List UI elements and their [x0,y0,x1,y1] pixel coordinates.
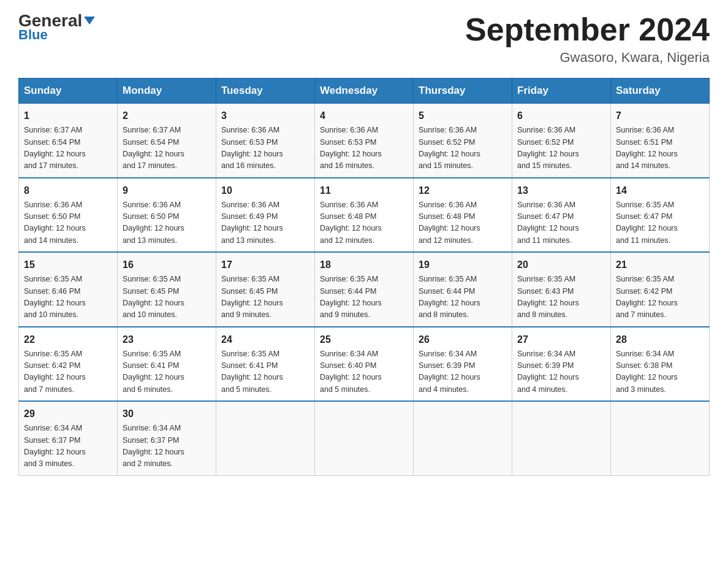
page-title: September 2024 [465,12,710,47]
header-saturday: Saturday [611,79,710,104]
calendar-cell: 14Sunrise: 6:35 AMSunset: 6:47 PMDayligh… [611,178,710,253]
calendar-cell: 18Sunrise: 6:35 AMSunset: 6:44 PMDayligh… [315,252,414,327]
logo-arrow-icon [84,17,95,25]
calendar-week-row: 29Sunrise: 6:34 AMSunset: 6:37 PMDayligh… [19,401,710,475]
day-info: Sunrise: 6:36 AMSunset: 6:50 PMDaylight:… [24,199,112,247]
day-number: 10 [221,183,309,198]
day-number: 19 [419,258,507,272]
header-sunday: Sunday [19,79,118,104]
calendar-week-row: 15Sunrise: 6:35 AMSunset: 6:46 PMDayligh… [19,252,710,327]
day-info: Sunrise: 6:34 AMSunset: 6:39 PMDaylight:… [517,348,605,396]
day-number: 21 [616,258,704,272]
day-info: Sunrise: 6:36 AMSunset: 6:48 PMDaylight:… [320,199,408,247]
calendar-cell: 2Sunrise: 6:37 AMSunset: 6:54 PMDaylight… [118,104,216,178]
day-info: Sunrise: 6:35 AMSunset: 6:42 PMDaylight:… [616,274,704,321]
day-info: Sunrise: 6:35 AMSunset: 6:46 PMDaylight:… [24,274,112,321]
day-number: 16 [123,258,211,272]
logo: General Blue [18,12,95,43]
calendar-cell: 4Sunrise: 6:36 AMSunset: 6:53 PMDaylight… [315,104,414,178]
day-number: 27 [517,332,605,347]
calendar-cell: 11Sunrise: 6:36 AMSunset: 6:48 PMDayligh… [315,178,414,253]
day-number: 15 [24,258,112,272]
calendar-week-row: 8Sunrise: 6:36 AMSunset: 6:50 PMDaylight… [19,178,710,253]
day-number: 25 [320,332,408,347]
calendar-cell [414,401,512,475]
calendar-cell: 21Sunrise: 6:35 AMSunset: 6:42 PMDayligh… [611,252,710,327]
day-info: Sunrise: 6:34 AMSunset: 6:37 PMDaylight:… [24,423,112,470]
day-info: Sunrise: 6:37 AMSunset: 6:54 PMDaylight:… [123,124,211,172]
day-info: Sunrise: 6:36 AMSunset: 6:52 PMDaylight:… [419,124,507,172]
calendar-cell: 13Sunrise: 6:36 AMSunset: 6:47 PMDayligh… [512,178,611,253]
calendar-cell [611,401,710,475]
day-info: Sunrise: 6:35 AMSunset: 6:42 PMDaylight:… [24,348,112,396]
calendar-cell: 19Sunrise: 6:35 AMSunset: 6:44 PMDayligh… [414,252,512,327]
day-info: Sunrise: 6:34 AMSunset: 6:39 PMDaylight:… [419,348,507,396]
day-number: 6 [517,109,605,123]
day-number: 1 [24,109,112,123]
day-info: Sunrise: 6:35 AMSunset: 6:41 PMDaylight:… [123,348,211,396]
logo-text-line2: Blue [18,27,48,43]
calendar-cell: 17Sunrise: 6:35 AMSunset: 6:45 PMDayligh… [216,252,315,327]
day-info: Sunrise: 6:36 AMSunset: 6:50 PMDaylight:… [123,199,211,247]
calendar-cell [512,401,611,475]
day-number: 29 [24,407,112,421]
page-subtitle: Gwasoro, Kwara, Nigeria [465,50,710,66]
day-number: 4 [320,109,408,123]
day-number: 18 [320,258,408,272]
day-number: 9 [123,183,211,198]
calendar-cell: 23Sunrise: 6:35 AMSunset: 6:41 PMDayligh… [118,327,216,402]
calendar-cell: 8Sunrise: 6:36 AMSunset: 6:50 PMDaylight… [19,178,118,253]
calendar-cell: 22Sunrise: 6:35 AMSunset: 6:42 PMDayligh… [19,327,118,402]
calendar-cell: 7Sunrise: 6:36 AMSunset: 6:51 PMDaylight… [611,104,710,178]
day-number: 26 [419,332,507,347]
day-info: Sunrise: 6:35 AMSunset: 6:47 PMDaylight:… [616,199,704,247]
title-area: September 2024 Gwasoro, Kwara, Nigeria [465,12,710,66]
day-info: Sunrise: 6:36 AMSunset: 6:48 PMDaylight:… [419,199,507,247]
header-monday: Monday [118,79,216,104]
calendar-week-row: 22Sunrise: 6:35 AMSunset: 6:42 PMDayligh… [19,327,710,402]
day-info: Sunrise: 6:34 AMSunset: 6:37 PMDaylight:… [123,423,211,470]
calendar-header-row: SundayMondayTuesdayWednesdayThursdayFrid… [19,79,710,104]
calendar-cell: 12Sunrise: 6:36 AMSunset: 6:48 PMDayligh… [414,178,512,253]
calendar-table: SundayMondayTuesdayWednesdayThursdayFrid… [18,78,710,476]
calendar-cell: 29Sunrise: 6:34 AMSunset: 6:37 PMDayligh… [19,401,118,475]
day-number: 30 [123,407,211,421]
header-tuesday: Tuesday [216,79,315,104]
day-info: Sunrise: 6:35 AMSunset: 6:45 PMDaylight:… [123,274,211,321]
calendar-cell: 6Sunrise: 6:36 AMSunset: 6:52 PMDaylight… [512,104,611,178]
day-number: 20 [517,258,605,272]
day-info: Sunrise: 6:36 AMSunset: 6:49 PMDaylight:… [221,199,309,247]
calendar-cell: 1Sunrise: 6:37 AMSunset: 6:54 PMDaylight… [19,104,118,178]
calendar-cell [315,401,414,475]
day-info: Sunrise: 6:36 AMSunset: 6:52 PMDaylight:… [517,124,605,172]
day-number: 24 [221,332,309,347]
day-info: Sunrise: 6:34 AMSunset: 6:40 PMDaylight:… [320,348,408,396]
day-number: 12 [419,183,507,198]
day-number: 8 [24,183,112,198]
calendar-cell: 16Sunrise: 6:35 AMSunset: 6:45 PMDayligh… [118,252,216,327]
day-number: 2 [123,109,211,123]
calendar-cell: 15Sunrise: 6:35 AMSunset: 6:46 PMDayligh… [19,252,118,327]
day-info: Sunrise: 6:35 AMSunset: 6:44 PMDaylight:… [320,274,408,321]
calendar-cell: 30Sunrise: 6:34 AMSunset: 6:37 PMDayligh… [118,401,216,475]
day-info: Sunrise: 6:36 AMSunset: 6:53 PMDaylight:… [320,124,408,172]
calendar-cell: 9Sunrise: 6:36 AMSunset: 6:50 PMDaylight… [118,178,216,253]
day-number: 28 [616,332,704,347]
calendar-cell: 25Sunrise: 6:34 AMSunset: 6:40 PMDayligh… [315,327,414,402]
day-number: 14 [616,183,704,198]
day-info: Sunrise: 6:36 AMSunset: 6:53 PMDaylight:… [221,124,309,172]
day-number: 3 [221,109,309,123]
calendar-cell: 27Sunrise: 6:34 AMSunset: 6:39 PMDayligh… [512,327,611,402]
calendar-cell: 26Sunrise: 6:34 AMSunset: 6:39 PMDayligh… [414,327,512,402]
header-thursday: Thursday [414,79,512,104]
day-number: 5 [419,109,507,123]
calendar-cell [216,401,315,475]
day-info: Sunrise: 6:35 AMSunset: 6:41 PMDaylight:… [221,348,309,396]
calendar-cell: 20Sunrise: 6:35 AMSunset: 6:43 PMDayligh… [512,252,611,327]
calendar-cell: 24Sunrise: 6:35 AMSunset: 6:41 PMDayligh… [216,327,315,402]
page-header: General Blue September 2024 Gwasoro, Kwa… [18,12,710,66]
calendar-cell: 3Sunrise: 6:36 AMSunset: 6:53 PMDaylight… [216,104,315,178]
calendar-cell: 28Sunrise: 6:34 AMSunset: 6:38 PMDayligh… [611,327,710,402]
calendar-cell: 10Sunrise: 6:36 AMSunset: 6:49 PMDayligh… [216,178,315,253]
day-info: Sunrise: 6:35 AMSunset: 6:45 PMDaylight:… [221,274,309,321]
